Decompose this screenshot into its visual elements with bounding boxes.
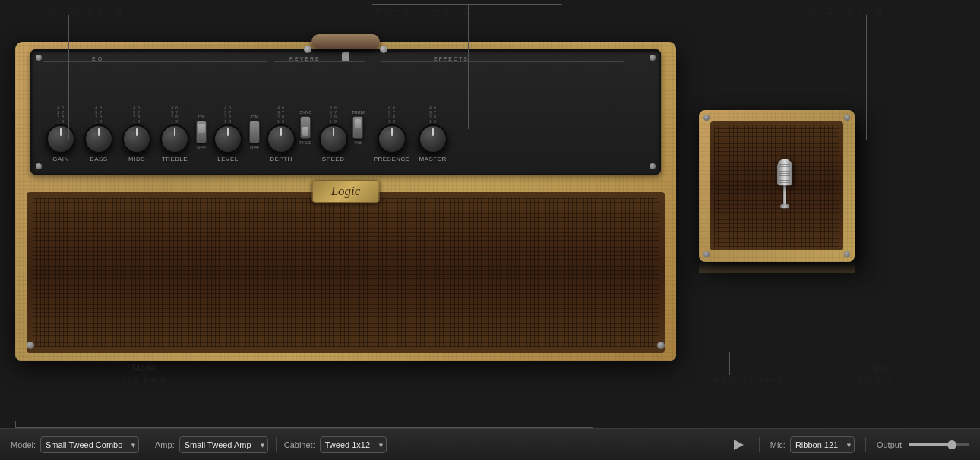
microphone: [777, 159, 792, 208]
reverb-switch[interactable]: [196, 121, 207, 143]
sync-free-group: SYNC FREE: [299, 110, 312, 162]
presence-label: PRESENCE: [374, 156, 410, 162]
effects-off-label: OFF: [250, 145, 259, 150]
vib-label: VIB: [354, 140, 362, 145]
speed-label: SPEED: [322, 156, 345, 162]
amp-logo: Logic: [312, 180, 380, 203]
sync-free-switch[interactable]: [300, 116, 311, 139]
free-label: FREE: [299, 140, 311, 145]
master-label: MASTER: [419, 156, 447, 162]
reverb-section-label: REVERB: [289, 56, 321, 61]
gain-knob-group: 4 63 72 81 9 GAIN: [46, 106, 76, 162]
presence-knob-group: 4 63 72 81 9 PRESENCE: [374, 106, 410, 162]
amp-handle: [311, 34, 380, 49]
trem-vib-group: TREM VIB: [352, 110, 365, 162]
reverb-on-label: ON: [198, 115, 205, 119]
cabinet-select-wrapper[interactable]: Tweed 1x12 ▾: [320, 436, 387, 453]
bass-label: BASS: [90, 156, 107, 162]
effects-switch-group: ON OFF SW: [249, 115, 260, 162]
effects-on-label: ON: [251, 115, 258, 119]
model-select-wrapper[interactable]: Small Tweed Combo ▾: [40, 436, 139, 453]
depth-label: DEPTH: [270, 156, 292, 162]
presence-knob[interactable]: [378, 124, 406, 153]
mic-label: Mic:: [770, 440, 786, 449]
depth-knob-group: 4 63 72 81 9 DEPTH: [266, 106, 296, 162]
treble-knob[interactable]: [160, 124, 189, 153]
bottom-bar: Model: Small Tweed Combo ▾ Amp: Small Tw…: [0, 428, 980, 460]
mids-knob-group: 4 63 72 81 9 MIDS: [122, 106, 152, 162]
speed-knob[interactable]: [319, 124, 348, 153]
model-select[interactable]: Small Tweed Combo: [40, 436, 139, 453]
trem-vib-switch[interactable]: [352, 116, 363, 139]
cabinet-label: Cabinet:: [284, 440, 315, 449]
output-slider[interactable]: [909, 443, 969, 446]
annotation-amp-params-left: アンプパラメータ: [46, 5, 125, 17]
reverb-off-label: OFF: [197, 145, 206, 150]
mic-select-wrapper[interactable]: Ribbon 121 ▾: [790, 436, 855, 453]
amp-main: EQ REVERB EFFECTS 4 63 72 81 9 GAIN: [15, 42, 676, 361]
treble-knob-group: 4 63 72 81 9 TREBLE: [160, 106, 190, 162]
reverb-switch-group: ON OFF SW: [196, 115, 207, 162]
amp-select[interactable]: Small Tweed Amp: [179, 436, 268, 453]
effects-switch[interactable]: [249, 121, 260, 143]
sync-label: SYNC: [299, 110, 312, 115]
annotation-effect-params: エフェクトパラメータ: [372, 5, 471, 17]
output-label: Output:: [877, 440, 904, 449]
reverb-level-label: LEVEL: [217, 156, 238, 162]
reverb-level-knob-group: 4 63 72 81 9 LEVEL: [213, 106, 243, 162]
gain-label: GAIN: [52, 156, 69, 162]
amp-select-wrapper[interactable]: Small Tweed Amp ▾: [179, 436, 268, 453]
bass-knob[interactable]: [84, 124, 113, 153]
speed-knob-group: 4 63 72 81 9 SPEED: [318, 106, 349, 162]
amp-cabinet: [699, 110, 855, 262]
amp-label: Amp:: [155, 440, 175, 449]
annotation-amp-params-right: アンプパラメータ: [805, 5, 884, 17]
master-knob[interactable]: [419, 124, 447, 153]
mic-select[interactable]: Ribbon 121: [790, 436, 855, 453]
eq-section-label: EQ: [92, 56, 104, 61]
cabinet-select[interactable]: Tweed 1x12: [320, 436, 387, 453]
effects-section-label: EFFECTS: [434, 56, 469, 61]
master-knob-group: 4 63 72 81 9 MASTER: [418, 106, 448, 162]
gain-knob[interactable]: [46, 124, 75, 153]
bass-knob-group: 4 63 72 81 9 BASS: [84, 106, 114, 162]
amp-grille: [27, 192, 665, 353]
depth-knob[interactable]: [267, 124, 296, 153]
mids-label: MIDS: [128, 156, 145, 162]
trem-label: TREM: [352, 110, 365, 115]
model-label: Model:: [11, 440, 36, 449]
treble-label: TREBLE: [162, 156, 188, 162]
reverb-level-knob[interactable]: [213, 124, 242, 153]
amp-controls-panel: EQ REVERB EFFECTS 4 63 72 81 9 GAIN: [30, 49, 661, 175]
play-button[interactable]: [730, 436, 748, 454]
mids-knob[interactable]: [122, 124, 151, 153]
